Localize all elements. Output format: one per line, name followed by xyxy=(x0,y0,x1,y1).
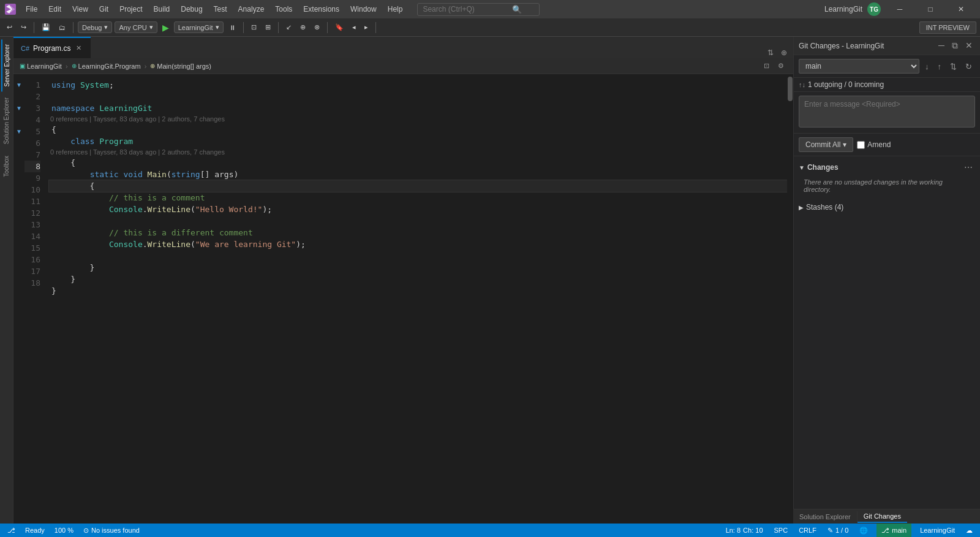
menu-edit[interactable]: Edit xyxy=(43,4,66,15)
breadcrumb-settings-btn[interactable]: ⚙ xyxy=(775,61,787,71)
git-changes-header[interactable]: ▼ Changes ⋯ xyxy=(799,159,975,176)
gutter-fold-7[interactable]: ▼ xyxy=(13,126,24,137)
toolbar-extra4[interactable]: ↙ xyxy=(283,22,295,32)
run-button[interactable]: ▶ xyxy=(160,21,172,34)
menu-view[interactable]: View xyxy=(67,4,93,15)
breadcrumb-item-3[interactable]: ⊕ Main(string[] args) xyxy=(150,63,211,70)
code-line-2 xyxy=(49,91,787,102)
git-amend-checkbox[interactable] xyxy=(857,141,865,149)
cpu-dropdown[interactable]: Any CPU ▾ xyxy=(115,21,157,33)
editor-tab-action-split[interactable]: ⊕ xyxy=(778,47,790,58)
menu-project[interactable]: Project xyxy=(115,4,147,15)
git-stashes-header[interactable]: ▶ Stashes (4) xyxy=(799,200,975,214)
toolbar-extra2[interactable]: ⊡ xyxy=(248,22,260,32)
git-changes-section: ▼ Changes ⋯ There are no unstaged change… xyxy=(794,156,980,198)
int-preview-button[interactable]: INT PREVIEW xyxy=(919,21,976,34)
side-tab-server-explorer[interactable]: Server Explorer xyxy=(1,39,12,91)
toolbar-redo[interactable]: ↪ xyxy=(18,22,29,32)
side-tab-toolbox[interactable]: Toolbox xyxy=(2,151,11,181)
toolbar-extra1[interactable]: ⏸ xyxy=(226,23,239,32)
menu-window[interactable]: Window xyxy=(345,4,382,15)
code-content[interactable]: using System; namespace LearningGit 0 re… xyxy=(44,74,787,524)
editor-tab-close-button[interactable]: ✕ xyxy=(74,44,83,53)
statusbar-git-branch[interactable]: ⎇ main xyxy=(876,524,911,537)
git-changes-more-btn[interactable]: ⋯ xyxy=(962,161,975,173)
statusbar-error-item[interactable]: ⊙ No issues found xyxy=(81,527,142,535)
bottom-tab-git-changes[interactable]: Git Changes xyxy=(858,511,907,523)
menu-git[interactable]: Git xyxy=(94,4,113,15)
git-commit-all-button[interactable]: Commit All ▾ xyxy=(799,137,853,152)
toolbar-save[interactable]: 💾 xyxy=(39,22,53,32)
statusbar-position-item[interactable]: ✎ 1 / 0 xyxy=(825,527,851,535)
vs-logo xyxy=(5,4,16,15)
git-amend-label[interactable]: Amend xyxy=(857,140,891,149)
cs-file-icon: C# xyxy=(21,45,29,52)
editor-area: C# Program.cs ✕ ⇅ ⊕ ▣ LearningGit › ⊕ Le… xyxy=(13,37,793,524)
code-line-11 xyxy=(49,215,787,227)
toolbar-sep1 xyxy=(34,22,34,33)
maximize-button[interactable]: □ xyxy=(916,0,944,18)
statusbar-encoding-item[interactable]: 🌐 xyxy=(857,527,870,535)
menu-analyze[interactable]: Analyze xyxy=(233,4,270,15)
menu-build[interactable]: Build xyxy=(149,4,175,15)
close-button[interactable]: ✕ xyxy=(947,0,975,18)
git-outgoing-bar[interactable]: ↑↓ 1 outgoing / 0 incoming xyxy=(794,78,980,92)
toolbar-bookmark[interactable]: 🔖 xyxy=(332,22,347,32)
minimize-button[interactable]: ─ xyxy=(886,0,914,18)
git-panel-minimize-btn[interactable]: ─ xyxy=(936,39,947,52)
toolbar-nav-fwd[interactable]: ▸ xyxy=(361,22,371,32)
git-sync-btn[interactable]: ⇅ xyxy=(947,60,960,73)
menu-tools[interactable]: Tools xyxy=(270,4,297,15)
menu-debug[interactable]: Debug xyxy=(176,4,207,15)
statusbar-spc-item[interactable]: SPC xyxy=(772,527,791,534)
editor-tab-program[interactable]: C# Program.cs ✕ xyxy=(13,37,91,58)
menu-file[interactable]: File xyxy=(21,4,42,15)
editor-main: ▼ ▼ ▼ 1 2 3 4 5 6 7 8 9 10 11 12 13 xyxy=(13,74,793,524)
git-push-btn[interactable]: ↑ xyxy=(935,60,945,73)
toolbar-undo[interactable]: ↩ xyxy=(4,22,15,32)
git-pull-btn[interactable]: ↓ xyxy=(922,60,932,73)
window-controls: ─ □ ✕ xyxy=(886,0,975,18)
menu-help[interactable]: Help xyxy=(383,4,408,15)
search-box[interactable]: 🔍 xyxy=(417,3,540,16)
toolbar-nav-back[interactable]: ◂ xyxy=(349,22,359,32)
statusbar-ln-item[interactable]: Ln: 8 Ch: 10 xyxy=(723,527,766,534)
git-stashes-title: Stashes (4) xyxy=(806,203,843,211)
editor-tab-action-menu[interactable]: ⇅ xyxy=(765,47,776,58)
git-stashes-section: ▶ Stashes (4) xyxy=(794,198,980,216)
gutter-fold-5[interactable]: ▼ xyxy=(13,102,24,114)
git-panel-float-btn[interactable]: ⧉ xyxy=(949,39,960,52)
menu-test[interactable]: Test xyxy=(209,4,232,15)
git-commit-input[interactable] xyxy=(799,96,975,128)
search-input[interactable] xyxy=(423,5,508,13)
git-panel-close-btn[interactable]: ✕ xyxy=(963,39,975,52)
git-branch-dropdown[interactable]: main xyxy=(799,59,919,74)
code-line-15: } xyxy=(49,262,787,273)
gutter-fold-3[interactable]: ▼ xyxy=(13,79,24,91)
toolbar-extra5[interactable]: ⊕ xyxy=(297,22,309,32)
statusbar-branch-item[interactable]: ⎇ xyxy=(5,527,18,535)
breadcrumb-expand-btn[interactable]: ⊡ xyxy=(761,61,772,71)
statusbar-crlf-item[interactable]: CRLF xyxy=(796,527,819,534)
code-scrollbar[interactable] xyxy=(787,74,793,524)
user-avatar[interactable]: TG xyxy=(867,2,881,16)
git-refresh-btn[interactable]: ↻ xyxy=(962,60,975,73)
bottom-tab-solution-explorer[interactable]: Solution Explorer xyxy=(793,511,858,522)
side-tab-solution-explorer[interactable]: Solution Explorer xyxy=(2,93,11,149)
menu-extensions[interactable]: Extensions xyxy=(298,4,344,15)
toolbar-extra6[interactable]: ⊗ xyxy=(311,22,323,32)
toolbar-save-all[interactable]: 🗂 xyxy=(56,23,69,32)
breadcrumb-item-1[interactable]: ▣ LearningGit xyxy=(20,63,62,70)
debug-mode-dropdown[interactable]: Debug ▾ xyxy=(78,21,112,33)
breadcrumb-item-2[interactable]: ⊕ LearningGit.Program xyxy=(72,63,141,70)
statusbar-repo-item[interactable]: LearningGit xyxy=(918,527,957,534)
toolbar-sep3 xyxy=(243,22,244,33)
code-line-4: { xyxy=(49,124,787,135)
toolbar-extra3[interactable]: ⊞ xyxy=(262,22,274,32)
statusbar-cloud-item[interactable]: ☁ xyxy=(963,527,975,535)
code-line-3: namespace LearningGit xyxy=(49,102,787,114)
statusbar-zoom-item[interactable]: 100 % xyxy=(52,527,76,534)
breadcrumb-actions: ⊡ ⚙ xyxy=(761,61,787,71)
commit-dropdown-icon[interactable]: ▾ xyxy=(843,140,846,149)
project-dropdown[interactable]: LearningGit ▾ xyxy=(174,21,224,33)
